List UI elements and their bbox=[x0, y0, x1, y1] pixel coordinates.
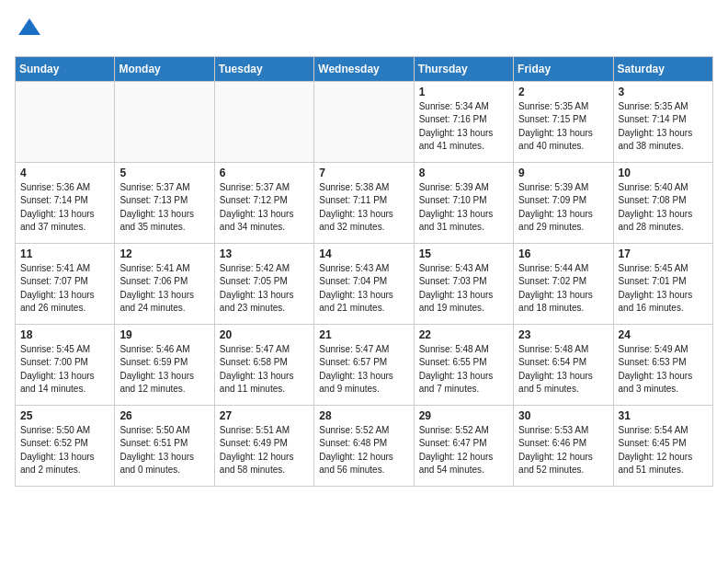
calendar-cell: 1Sunrise: 5:34 AM Sunset: 7:16 PM Daylig… bbox=[414, 81, 513, 162]
day-number: 16 bbox=[518, 247, 608, 260]
day-info: Sunrise: 5:43 AM Sunset: 7:04 PM Dayligh… bbox=[319, 262, 408, 316]
day-info: Sunrise: 5:49 AM Sunset: 6:53 PM Dayligh… bbox=[619, 343, 708, 396]
weekday-header: Saturday bbox=[613, 56, 712, 81]
day-info: Sunrise: 5:51 AM Sunset: 6:49 PM Dayligh… bbox=[220, 424, 309, 477]
calendar-cell bbox=[314, 81, 414, 162]
day-info: Sunrise: 5:41 AM Sunset: 7:07 PM Dayligh… bbox=[20, 262, 109, 316]
calendar-cell: 21Sunrise: 5:47 AM Sunset: 6:57 PM Dayli… bbox=[314, 324, 414, 405]
day-number: 7 bbox=[319, 167, 408, 179]
day-info: Sunrise: 5:35 AM Sunset: 7:15 PM Dayligh… bbox=[518, 100, 608, 154]
day-number: 9 bbox=[518, 167, 608, 179]
day-info: Sunrise: 5:52 AM Sunset: 6:48 PM Dayligh… bbox=[319, 424, 408, 477]
day-info: Sunrise: 5:48 AM Sunset: 6:55 PM Dayligh… bbox=[419, 343, 508, 396]
day-info: Sunrise: 5:43 AM Sunset: 7:03 PM Dayligh… bbox=[419, 262, 508, 316]
calendar-cell: 17Sunrise: 5:45 AM Sunset: 7:01 PM Dayli… bbox=[613, 243, 712, 324]
calendar-cell: 2Sunrise: 5:35 AM Sunset: 7:15 PM Daylig… bbox=[514, 81, 613, 162]
day-info: Sunrise: 5:38 AM Sunset: 7:11 PM Dayligh… bbox=[319, 181, 408, 235]
weekday-header: Sunday bbox=[16, 56, 115, 81]
calendar-cell: 19Sunrise: 5:46 AM Sunset: 6:59 PM Dayli… bbox=[115, 324, 214, 405]
day-number: 2 bbox=[518, 86, 608, 98]
day-number: 10 bbox=[619, 167, 708, 179]
weekday-header: Tuesday bbox=[214, 56, 313, 81]
day-number: 25 bbox=[20, 409, 109, 422]
calendar-cell bbox=[16, 81, 115, 162]
calendar-cell: 7Sunrise: 5:38 AM Sunset: 7:11 PM Daylig… bbox=[314, 162, 414, 243]
day-number: 22 bbox=[419, 328, 508, 341]
calendar-cell bbox=[115, 81, 214, 162]
logo bbox=[15, 15, 42, 45]
day-number: 12 bbox=[119, 247, 209, 260]
calendar-cell: 13Sunrise: 5:42 AM Sunset: 7:05 PM Dayli… bbox=[214, 243, 313, 324]
day-number: 18 bbox=[20, 328, 109, 341]
calendar-cell: 3Sunrise: 5:35 AM Sunset: 7:14 PM Daylig… bbox=[613, 81, 712, 162]
weekday-header: Wednesday bbox=[314, 56, 414, 81]
calendar-cell: 25Sunrise: 5:50 AM Sunset: 6:52 PM Dayli… bbox=[16, 405, 115, 486]
calendar-cell: 20Sunrise: 5:47 AM Sunset: 6:58 PM Dayli… bbox=[214, 324, 313, 405]
page-header bbox=[15, 15, 713, 45]
day-info: Sunrise: 5:41 AM Sunset: 7:06 PM Dayligh… bbox=[119, 262, 209, 316]
day-info: Sunrise: 5:52 AM Sunset: 6:47 PM Dayligh… bbox=[419, 424, 508, 477]
day-info: Sunrise: 5:45 AM Sunset: 7:01 PM Dayligh… bbox=[619, 262, 708, 316]
day-number: 15 bbox=[419, 247, 508, 260]
day-info: Sunrise: 5:50 AM Sunset: 6:51 PM Dayligh… bbox=[119, 424, 209, 477]
calendar-week-row: 4Sunrise: 5:36 AM Sunset: 7:14 PM Daylig… bbox=[16, 162, 713, 243]
calendar-week-row: 1Sunrise: 5:34 AM Sunset: 7:16 PM Daylig… bbox=[16, 81, 713, 162]
day-info: Sunrise: 5:34 AM Sunset: 7:16 PM Dayligh… bbox=[419, 100, 508, 154]
day-info: Sunrise: 5:40 AM Sunset: 7:08 PM Dayligh… bbox=[619, 181, 708, 235]
weekday-header: Thursday bbox=[414, 56, 513, 81]
day-number: 28 bbox=[319, 409, 408, 422]
calendar-cell: 26Sunrise: 5:50 AM Sunset: 6:51 PM Dayli… bbox=[115, 405, 214, 486]
day-info: Sunrise: 5:42 AM Sunset: 7:05 PM Dayligh… bbox=[220, 262, 309, 316]
calendar-cell: 30Sunrise: 5:53 AM Sunset: 6:46 PM Dayli… bbox=[514, 405, 613, 486]
calendar-cell: 16Sunrise: 5:44 AM Sunset: 7:02 PM Dayli… bbox=[514, 243, 613, 324]
day-number: 1 bbox=[419, 86, 508, 98]
calendar-cell bbox=[214, 81, 313, 162]
day-info: Sunrise: 5:54 AM Sunset: 6:45 PM Dayligh… bbox=[619, 424, 708, 477]
calendar-cell: 4Sunrise: 5:36 AM Sunset: 7:14 PM Daylig… bbox=[16, 162, 115, 243]
calendar-cell: 18Sunrise: 5:45 AM Sunset: 7:00 PM Dayli… bbox=[16, 324, 115, 405]
calendar-cell: 6Sunrise: 5:37 AM Sunset: 7:12 PM Daylig… bbox=[214, 162, 313, 243]
calendar-cell: 5Sunrise: 5:37 AM Sunset: 7:13 PM Daylig… bbox=[115, 162, 214, 243]
day-info: Sunrise: 5:44 AM Sunset: 7:02 PM Dayligh… bbox=[518, 262, 608, 316]
day-number: 27 bbox=[220, 409, 309, 422]
calendar-week-row: 11Sunrise: 5:41 AM Sunset: 7:07 PM Dayli… bbox=[16, 243, 713, 324]
day-info: Sunrise: 5:36 AM Sunset: 7:14 PM Dayligh… bbox=[20, 181, 109, 235]
calendar-cell: 22Sunrise: 5:48 AM Sunset: 6:55 PM Dayli… bbox=[414, 324, 513, 405]
day-info: Sunrise: 5:37 AM Sunset: 7:12 PM Dayligh… bbox=[220, 181, 309, 235]
calendar-week-row: 25Sunrise: 5:50 AM Sunset: 6:52 PM Dayli… bbox=[16, 405, 713, 486]
day-number: 23 bbox=[518, 328, 608, 341]
calendar-cell: 27Sunrise: 5:51 AM Sunset: 6:49 PM Dayli… bbox=[214, 405, 313, 486]
day-info: Sunrise: 5:47 AM Sunset: 6:57 PM Dayligh… bbox=[319, 343, 408, 396]
day-number: 6 bbox=[220, 167, 309, 179]
day-number: 8 bbox=[419, 167, 508, 179]
day-number: 17 bbox=[619, 247, 708, 260]
calendar-cell: 29Sunrise: 5:52 AM Sunset: 6:47 PM Dayli… bbox=[414, 405, 513, 486]
calendar-week-row: 18Sunrise: 5:45 AM Sunset: 7:00 PM Dayli… bbox=[16, 324, 713, 405]
calendar-cell: 14Sunrise: 5:43 AM Sunset: 7:04 PM Dayli… bbox=[314, 243, 414, 324]
svg-marker-0 bbox=[18, 18, 40, 35]
calendar-cell: 23Sunrise: 5:48 AM Sunset: 6:54 PM Dayli… bbox=[514, 324, 613, 405]
day-number: 31 bbox=[619, 409, 708, 422]
day-info: Sunrise: 5:47 AM Sunset: 6:58 PM Dayligh… bbox=[220, 343, 309, 396]
day-number: 26 bbox=[119, 409, 209, 422]
calendar-cell: 24Sunrise: 5:49 AM Sunset: 6:53 PM Dayli… bbox=[613, 324, 712, 405]
day-number: 30 bbox=[518, 409, 608, 422]
day-info: Sunrise: 5:39 AM Sunset: 7:09 PM Dayligh… bbox=[518, 181, 608, 235]
day-info: Sunrise: 5:35 AM Sunset: 7:14 PM Dayligh… bbox=[619, 100, 708, 154]
calendar-cell: 31Sunrise: 5:54 AM Sunset: 6:45 PM Dayli… bbox=[613, 405, 712, 486]
day-info: Sunrise: 5:45 AM Sunset: 7:00 PM Dayligh… bbox=[20, 343, 109, 396]
day-number: 11 bbox=[20, 247, 109, 260]
day-number: 19 bbox=[119, 328, 209, 341]
calendar-cell: 15Sunrise: 5:43 AM Sunset: 7:03 PM Dayli… bbox=[414, 243, 513, 324]
weekday-header: Friday bbox=[514, 56, 613, 81]
day-info: Sunrise: 5:46 AM Sunset: 6:59 PM Dayligh… bbox=[119, 343, 209, 396]
day-info: Sunrise: 5:37 AM Sunset: 7:13 PM Dayligh… bbox=[119, 181, 209, 235]
day-number: 5 bbox=[119, 167, 209, 179]
day-number: 4 bbox=[20, 167, 109, 179]
day-number: 24 bbox=[619, 328, 708, 341]
day-number: 21 bbox=[319, 328, 408, 341]
weekday-header: Monday bbox=[115, 56, 214, 81]
calendar-cell: 10Sunrise: 5:40 AM Sunset: 7:08 PM Dayli… bbox=[613, 162, 712, 243]
calendar-cell: 8Sunrise: 5:39 AM Sunset: 7:10 PM Daylig… bbox=[414, 162, 513, 243]
day-info: Sunrise: 5:53 AM Sunset: 6:46 PM Dayligh… bbox=[518, 424, 608, 477]
